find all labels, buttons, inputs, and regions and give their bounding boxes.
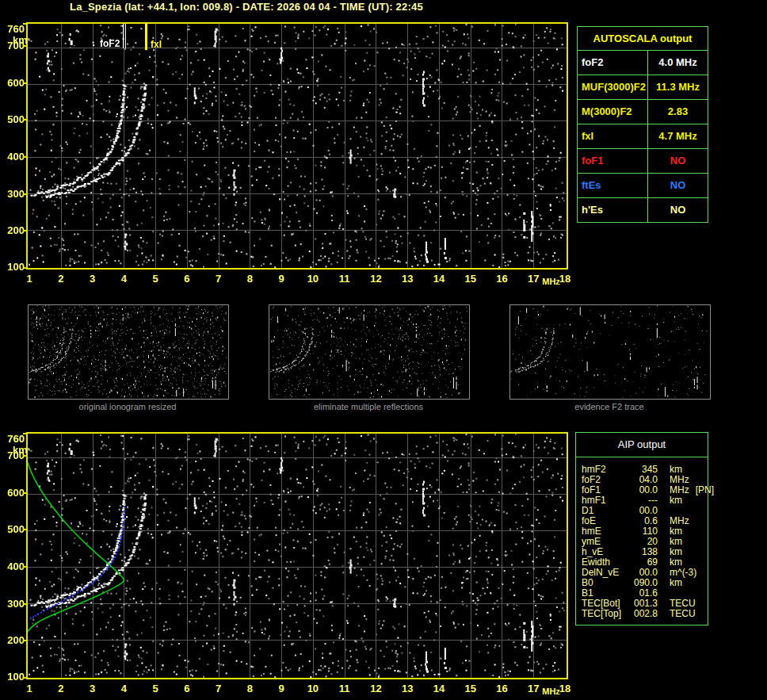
x-tick-label: 11	[333, 273, 357, 284]
aip-cell-unit: km	[670, 578, 682, 588]
y-tick-label: 200	[0, 635, 25, 645]
x-tick-label: 2	[49, 273, 73, 284]
autoscala-param-label: fxI	[578, 124, 648, 148]
aip-cell-unit: km	[670, 495, 682, 506]
x-tick-label: 15	[459, 683, 483, 694]
autoscala-param-value: 2.83	[648, 100, 708, 124]
x-tick-label: 13	[395, 683, 419, 694]
x-tick-label: 14	[427, 273, 451, 284]
aip-table-rows: hmF2345kmfoF204.0MHzfoF100.0MHz[PN]hmF1-…	[576, 457, 708, 625]
y-axis-tickmark	[23, 492, 26, 494]
autoscala-row-fof2: foF24.0 MHz	[578, 51, 708, 75]
y-tick-label: 760	[0, 24, 25, 34]
y-tick-label: 760	[0, 434, 25, 444]
autoscala-param-label: foF1	[578, 149, 648, 173]
y-tick-label: 500	[0, 524, 25, 534]
autoscala-param-value: NO	[648, 198, 708, 222]
x-tick-label: 10	[301, 273, 325, 284]
x-axis-unit-label: MHz	[542, 687, 560, 696]
autoscala-screen: La_Spezia (lat: +44.1, lon: 009.8) - DAT…	[0, 0, 767, 700]
y-tick-label: 100	[0, 671, 25, 682]
x-tick-label: 4	[112, 683, 135, 694]
y-axis-unit-label: km	[13, 445, 28, 455]
autoscala-param-label: M(3000)F2	[578, 100, 648, 124]
x-tick-label: 7	[207, 683, 231, 694]
y-axis-tickmark	[23, 23, 26, 25]
y-tick-label: 300	[0, 189, 25, 199]
autoscala-param-label: ftEs	[578, 174, 648, 197]
autoscala-row-ftes: ftEsNO	[578, 174, 708, 198]
thumbnail-eliminate-reflections	[269, 304, 470, 400]
top-ionogram-plot	[26, 22, 568, 270]
autoscala-param-value: NO	[648, 149, 708, 173]
x-axis-unit-label: MHz	[542, 277, 560, 286]
autoscala-param-label: foF2	[578, 51, 648, 75]
y-axis-tickmark	[23, 529, 26, 530]
aip-cell-param: TEC[Top]	[582, 609, 629, 619]
x-tick-label: 12	[364, 683, 387, 694]
autoscala-row-fof1: foF1NO	[578, 149, 708, 174]
y-axis-tickmark	[23, 267, 26, 269]
y-axis-tickmark	[23, 677, 26, 679]
foF2-marker-label: foF2	[100, 39, 120, 48]
aip-cell-value: 002.8	[629, 609, 658, 619]
autoscala-param-value: 4.0 MHz	[648, 51, 708, 75]
y-axis-tickmark	[23, 119, 26, 120]
x-tick-label: 3	[81, 273, 105, 284]
bottom-ionogram-canvas	[28, 434, 567, 678]
x-tick-label: 3	[81, 683, 105, 694]
x-tick-label: 15	[459, 273, 483, 284]
autoscala-row-h-es: h'EsNO	[578, 198, 708, 222]
aip-cell-unit: TECU	[670, 609, 696, 619]
y-axis-tickmark	[23, 433, 26, 434]
x-tick-label: 5	[143, 273, 167, 284]
autoscala-table-rows: foF24.0 MHzMUF(3000)F211.3 MHzM(3000)F22…	[578, 51, 708, 222]
y-tick-label: 100	[0, 262, 25, 272]
x-tick-label: 10	[301, 683, 325, 694]
x-tick-label: 2	[49, 683, 73, 694]
bottom-ionogram-plot	[26, 432, 568, 679]
autoscala-param-label: MUF(3000)F2	[578, 75, 648, 99]
x-tick-label: 8	[238, 273, 261, 284]
fxI-marker-label: fxI	[151, 40, 162, 49]
autoscala-output-table: AUTOSCALA output foF24.0 MHzMUF(3000)F21…	[577, 26, 708, 223]
x-tick-label: 14	[427, 683, 451, 694]
y-axis-tickmark	[23, 156, 26, 158]
y-axis-tickmark	[23, 193, 26, 195]
thumbnail-original-canvas	[29, 305, 228, 399]
x-tick-label: 11	[333, 683, 357, 694]
y-axis-tickmark	[23, 82, 26, 84]
y-axis-tickmark	[23, 230, 26, 231]
aip-cell-note: [PN]	[696, 485, 714, 495]
x-tick-label: 16	[490, 273, 513, 284]
aip-output-table: AIP output hmF2345kmfoF204.0MHzfoF100.0M…	[575, 432, 708, 625]
autoscala-table-header: AUTOSCALA output	[578, 27, 708, 51]
y-tick-label: 600	[0, 78, 25, 88]
thumbnail-original-ionogram	[28, 304, 229, 400]
x-tick-label: 5	[143, 683, 167, 694]
autoscala-param-label: h'Es	[578, 198, 648, 222]
y-axis-tickmark	[23, 640, 26, 641]
x-tick-label: 16	[490, 683, 513, 694]
autoscala-param-value: 4.7 MHz	[648, 124, 708, 148]
x-tick-label: 12	[364, 273, 387, 284]
autoscala-param-value: NO	[648, 174, 708, 197]
y-tick-label: 500	[0, 114, 25, 124]
thumbnail-caption-eliminate: eliminate multiple reflections	[269, 402, 468, 411]
x-tick-label: 1	[17, 683, 41, 694]
y-tick-label: 200	[0, 225, 25, 235]
x-tick-label: 9	[269, 273, 293, 284]
y-tick-label: 400	[0, 151, 25, 162]
x-tick-label: 6	[175, 273, 199, 284]
y-tick-label: 300	[0, 599, 25, 609]
thumbnail-eliminate-canvas	[269, 305, 469, 399]
x-tick-label: 7	[207, 273, 231, 284]
y-tick-label: 400	[0, 561, 25, 572]
x-tick-label: 1	[17, 273, 41, 284]
y-axis-tickmark	[23, 566, 26, 568]
y-tick-label: 600	[0, 488, 25, 498]
autoscala-param-value: 11.3 MHz	[648, 75, 708, 99]
x-tick-label: 6	[175, 683, 199, 694]
x-tick-label: 8	[238, 683, 261, 694]
top-ionogram-canvas	[28, 24, 567, 268]
